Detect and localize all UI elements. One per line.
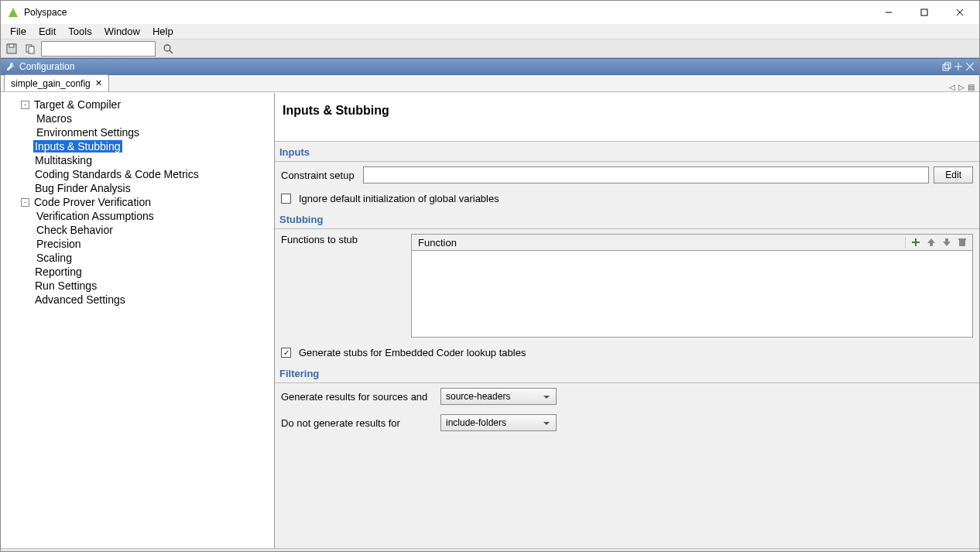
panel-close-icon[interactable]: [965, 62, 975, 71]
navigation-tree[interactable]: -Target & CompilerMacrosEnvironment Sett…: [1, 93, 275, 548]
tab-label: simple_gain_config: [11, 78, 91, 89]
tab-prev-icon[interactable]: ◁: [949, 83, 955, 91]
generate-stubs-label: Generate stubs for Embedded Coder lookup…: [299, 347, 526, 358]
tree-item-label: Inputs & Stubbing: [33, 140, 122, 153]
toolbar: [1, 39, 979, 58]
wrench-icon: [5, 61, 16, 72]
tree-expander-icon[interactable]: -: [21, 101, 29, 109]
svg-rect-24: [958, 238, 966, 240]
section-inputs-header: Inputs: [275, 142, 979, 162]
generate-stubs-checkbox[interactable]: [281, 348, 291, 358]
minimize-button[interactable]: [871, 1, 906, 24]
generate-results-label: Generate results for sources and: [281, 391, 436, 403]
section-stubbing-header: Stubbing: [275, 209, 979, 229]
tree-item[interactable]: Reporting: [1, 265, 274, 279]
copy-icon[interactable]: [22, 41, 38, 57]
title-bar: Polyspace: [1, 1, 979, 24]
functions-table: Function: [411, 234, 973, 338]
generate-results-select[interactable]: source-headers: [440, 388, 557, 405]
functions-list[interactable]: [411, 251, 973, 338]
panel-min-icon[interactable]: [954, 62, 963, 71]
tree-item-label: Multitasking: [33, 154, 94, 166]
panel-title: Configuration: [19, 61, 940, 72]
tree-item-label: Target & Compiler: [33, 98, 122, 111]
tree-item[interactable]: Precision: [1, 237, 274, 251]
tree-item[interactable]: Environment Settings: [1, 125, 274, 139]
tree-item-label: Environment Settings: [35, 126, 141, 139]
tab-next-icon[interactable]: ▷: [958, 83, 965, 91]
ignore-default-init-label: Ignore default initialization of global …: [299, 193, 499, 204]
content-pane: Inputs & Stubbing Inputs Constraint setu…: [275, 93, 979, 548]
configuration-panel-header: Configuration: [1, 58, 979, 75]
menu-window[interactable]: Window: [98, 24, 146, 39]
tab-list-icon[interactable]: ▤: [968, 83, 975, 91]
constraint-setup-label: Constraint setup: [281, 170, 358, 181]
tree-item-label: Bug Finder Analysis: [33, 182, 132, 194]
section-filtering-header: Filtering: [275, 363, 979, 383]
tree-item[interactable]: Check Behavior: [1, 223, 274, 237]
menu-file[interactable]: File: [4, 24, 33, 39]
tree-item-label: Verification Assumptions: [35, 210, 156, 222]
page-title: Inputs & Stubbing: [283, 104, 971, 118]
tree-item[interactable]: Advanced Settings: [1, 293, 274, 307]
tree-item[interactable]: -Code Prover Verification: [1, 195, 274, 209]
delete-icon[interactable]: [957, 237, 968, 248]
tab-close-icon[interactable]: ✕: [95, 78, 102, 88]
maximize-button[interactable]: [906, 1, 942, 24]
svg-marker-19: [927, 238, 935, 243]
svg-rect-11: [943, 65, 948, 70]
tree-item-label: Check Behavior: [35, 224, 115, 236]
panel-restore-icon[interactable]: [942, 62, 951, 71]
tree-item-label: Advanced Settings: [33, 293, 127, 306]
tree-item-label: Macros: [35, 112, 74, 125]
function-column-header: Function: [412, 237, 906, 249]
tree-item-label: Reporting: [33, 266, 84, 278]
menu-bar: File Edit Tools Window Help: [1, 24, 979, 39]
search-icon[interactable]: [160, 41, 176, 57]
move-down-icon[interactable]: [941, 237, 952, 248]
status-bar: [1, 548, 979, 551]
menu-edit[interactable]: Edit: [33, 24, 62, 39]
tree-item[interactable]: Macros: [1, 111, 274, 125]
close-button[interactable]: [942, 1, 978, 24]
menu-tools[interactable]: Tools: [62, 24, 98, 39]
constraint-setup-input[interactable]: [363, 166, 929, 183]
tree-item-label: Run Settings: [33, 279, 98, 292]
svg-rect-12: [945, 63, 951, 68]
svg-line-10: [170, 50, 173, 53]
tree-item[interactable]: Coding Standards & Code Metrics: [1, 167, 274, 181]
svg-rect-6: [9, 44, 14, 47]
tab-strip: simple_gain_config ✕ ◁ ▷ ▤: [1, 75, 979, 92]
tree-expander-icon[interactable]: -: [21, 198, 29, 207]
tree-item[interactable]: Scaling: [1, 251, 274, 265]
tree-item[interactable]: Bug Finder Analysis: [1, 181, 274, 195]
svg-rect-21: [945, 238, 948, 242]
not-generate-results-select[interactable]: include-folders: [440, 414, 557, 431]
tree-item-label: Code Prover Verification: [33, 196, 152, 208]
svg-rect-2: [921, 9, 927, 15]
tab-config[interactable]: simple_gain_config ✕: [4, 74, 109, 91]
ignore-default-init-checkbox[interactable]: [281, 194, 291, 204]
not-generate-results-label: Do not generate results for: [281, 417, 436, 429]
edit-button[interactable]: Edit: [934, 166, 973, 183]
add-icon[interactable]: [910, 237, 921, 248]
tree-item[interactable]: Inputs & Stubbing: [1, 139, 274, 153]
search-input[interactable]: [41, 41, 156, 57]
svg-rect-20: [930, 243, 933, 246]
tree-item[interactable]: Multitasking: [1, 153, 274, 167]
tree-item[interactable]: -Target & Compiler: [1, 98, 274, 111]
app-title: Polyspace: [24, 7, 871, 18]
menu-help[interactable]: Help: [146, 24, 180, 39]
svg-rect-23: [959, 240, 965, 246]
tree-item-label: Scaling: [35, 252, 74, 264]
tree-item[interactable]: Run Settings: [1, 279, 274, 293]
tree-item-label: Coding Standards & Code Metrics: [33, 168, 200, 180]
move-up-icon[interactable]: [926, 237, 937, 248]
functions-to-stub-label: Functions to stub: [281, 234, 405, 245]
svg-rect-8: [29, 46, 34, 53]
app-icon: [7, 6, 19, 19]
page-title-region: Inputs & Stubbing: [275, 93, 979, 142]
save-icon[interactable]: [4, 41, 19, 57]
tree-item[interactable]: Verification Assumptions: [1, 209, 274, 223]
tree-item-label: Precision: [35, 238, 83, 250]
